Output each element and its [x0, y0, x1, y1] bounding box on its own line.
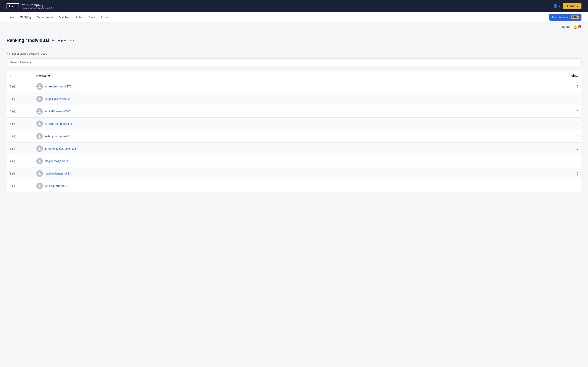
nav-matches[interactable]: Matches	[59, 13, 70, 22]
header-right: 👤 ▾ Admin »	[553, 3, 581, 9]
bell-badge: 1	[578, 25, 581, 28]
svg-point-6	[39, 160, 40, 161]
avatar	[36, 183, 43, 189]
my-prediction-button[interactable]: My prediction 99%	[549, 14, 581, 21]
points-cell: 0	[446, 155, 581, 167]
best-department-button[interactable]: Best department »	[52, 39, 74, 42]
rank-cell: 6 (-)	[7, 142, 33, 155]
nickname-cell: ChiLaguerre#953	[33, 180, 446, 192]
svg-point-4	[39, 135, 40, 136]
svg-point-1	[39, 98, 40, 99]
main-nav: Home Ranking Departments Matches Rules S…	[0, 12, 588, 22]
nickname-cell: AshleySadowski#595	[33, 130, 446, 142]
rank-cell: 3 (-)	[7, 105, 33, 118]
svg-point-8	[39, 184, 40, 186]
table-row: 8 (-)CaitlynHamster#8330	[7, 167, 581, 180]
table-row: 9 (-)ChiLaguerre#9530	[7, 180, 581, 192]
points-info: Number of divided points: 0 / 3200	[7, 52, 581, 55]
my-prediction-label: My prediction	[552, 16, 569, 19]
header-left: Logo Your Company Fantasy Soccer World C…	[7, 3, 54, 9]
avatar	[36, 108, 43, 115]
points-cell: 0	[446, 142, 581, 155]
table-row: 1 (-)AmeeMahmoud#1700	[7, 80, 581, 93]
svg-point-2	[39, 110, 40, 111]
nickname-link[interactable]: BrigetteRattlesnake#133	[45, 147, 76, 150]
nickname-cell: AnikaPheasant#303	[33, 105, 446, 118]
rank-cell: 1 (-)	[7, 80, 33, 93]
nickname-link[interactable]: BrigitteMagpie#699	[45, 159, 70, 163]
nickname-link[interactable]: AmeeMahmoud#170	[45, 85, 71, 88]
ranking-table: # Nickname Points 1 (-)AmeeMahmoud#17002…	[7, 71, 581, 192]
title-divider	[7, 48, 581, 48]
rank-cell: 5 (-)	[7, 130, 33, 142]
avatar	[36, 83, 43, 90]
rank-cell: 2 (-)	[7, 93, 33, 105]
nickname-link[interactable]: AntwanElephant#316	[45, 122, 72, 125]
bell-icon: 🔔	[573, 25, 577, 29]
nickname-link[interactable]: AnikaPheasant#303	[45, 110, 70, 113]
user-icon: 👤	[553, 4, 558, 8]
nickname-cell: AngelikaRitzer#482	[33, 93, 446, 105]
points-cell: 0	[446, 118, 581, 130]
rank-cell: 7 (-)	[7, 155, 33, 167]
avatar	[36, 170, 43, 177]
avatar	[36, 120, 43, 127]
nav-prizes[interactable]: Prizes	[101, 13, 109, 22]
nav-ranking[interactable]: Ranking	[20, 13, 31, 22]
search-input[interactable]	[7, 58, 581, 66]
table-row: 3 (-)AnikaPheasant#3030	[7, 105, 581, 118]
nickname-cell: BrigetteRattlesnake#133	[33, 142, 446, 155]
nav-links: Home Ranking Departments Matches Rules S…	[7, 13, 109, 22]
header: Logo Your Company Fantasy Soccer World C…	[0, 0, 588, 12]
nav-stats[interactable]: Stats	[88, 13, 95, 22]
board-link[interactable]: Board	[562, 25, 570, 28]
avatar	[36, 158, 43, 164]
rank-cell: 8 (-)	[7, 167, 33, 180]
main-content: Ranking / Individual Best department » N…	[0, 31, 588, 199]
points-cell: 0	[446, 105, 581, 118]
page-title: Ranking / Individual	[7, 38, 49, 43]
nickname-link[interactable]: AngelikaRitzer#482	[45, 97, 70, 100]
ranking-body: 1 (-)AmeeMahmoud#17002 (-)AngelikaRitzer…	[7, 80, 581, 192]
points-cell: 0	[446, 180, 581, 192]
admin-button[interactable]: Admin »	[563, 3, 581, 9]
user-menu-button[interactable]: 👤 ▾	[553, 4, 560, 8]
points-cell: 0	[446, 93, 581, 105]
page-title-row: Ranking / Individual Best department »	[7, 38, 581, 43]
points-cell: 0	[446, 167, 581, 180]
nickname-link[interactable]: ChiLaguerre#953	[45, 184, 67, 188]
user-dropdown-arrow: ▾	[559, 5, 560, 8]
nickname-link[interactable]: AshleySadowski#595	[45, 134, 72, 138]
points-cell: 0	[446, 130, 581, 142]
nav-home[interactable]: Home	[7, 13, 14, 22]
nickname-cell: BrigitteMagpie#699	[33, 155, 446, 167]
table-row: 4 (-)AntwanElephant#3160	[7, 118, 581, 130]
table-row: 7 (-)BrigitteMagpie#6990	[7, 155, 581, 167]
avatar	[36, 133, 43, 140]
nickname-cell: CaitlynHamster#833	[33, 167, 446, 180]
avatar	[36, 145, 43, 152]
nickname-link[interactable]: CaitlynHamster#833	[45, 172, 71, 175]
logo: Logo	[7, 3, 19, 9]
avatar	[36, 96, 43, 102]
company-name: Your Company	[22, 3, 54, 7]
table-row: 6 (-)BrigetteRattlesnake#1330	[7, 142, 581, 155]
col-rank: #	[7, 71, 33, 80]
company-info: Your Company Fantasy Soccer World Cup 20…	[22, 3, 54, 9]
company-subtitle: Fantasy Soccer World Cup 2022	[22, 7, 54, 9]
nav-rules[interactable]: Rules	[76, 13, 83, 22]
table-header-row: # Nickname Points	[7, 71, 581, 80]
rank-cell: 9 (-)	[7, 180, 33, 192]
col-points: Points	[446, 71, 581, 80]
nav-departments[interactable]: Departments	[37, 13, 53, 22]
col-nickname: Nickname	[33, 71, 446, 80]
svg-point-0	[39, 85, 40, 86]
sub-nav: Board 🔔 1	[0, 22, 588, 31]
svg-point-5	[39, 147, 40, 149]
svg-point-7	[39, 172, 40, 174]
bell-area[interactable]: 🔔 1	[573, 25, 581, 29]
svg-point-3	[39, 122, 40, 124]
rank-cell: 4 (-)	[7, 118, 33, 130]
nickname-cell: AntwanElephant#316	[33, 118, 446, 130]
points-cell: 0	[446, 80, 581, 93]
